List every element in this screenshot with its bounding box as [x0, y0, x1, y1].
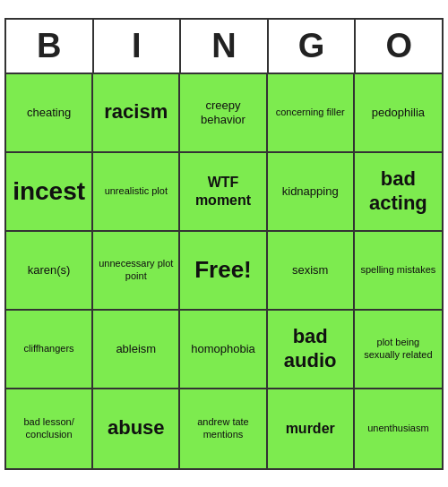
bingo-title: BINGO	[6, 20, 442, 74]
bingo-cell: unnecessary plot point	[93, 232, 180, 311]
bingo-cell: plot being sexually related	[355, 311, 442, 389]
bingo-cell: sexism	[268, 232, 355, 311]
title-letter: N	[181, 20, 269, 73]
bingo-cell: creepy behavior	[180, 74, 267, 153]
bingo-card: BINGO cheatingracismcreepy behaviorconce…	[4, 18, 444, 470]
bingo-cell: kidnapping	[268, 153, 355, 232]
bingo-cell: karen(s)	[6, 232, 93, 311]
bingo-cell: cliffhangers	[6, 311, 93, 389]
title-letter: G	[269, 20, 357, 73]
title-letter: I	[94, 20, 182, 73]
bingo-cell: spelling mistakes	[355, 232, 442, 311]
bingo-cell: cheating	[6, 74, 93, 153]
bingo-grid: cheatingracismcreepy behaviorconcerning …	[6, 74, 442, 468]
bingo-cell: incest	[6, 153, 93, 232]
bingo-cell: bad lesson/ conclusion	[6, 389, 93, 468]
title-letter: O	[356, 20, 442, 73]
bingo-cell: abuse	[93, 389, 180, 468]
bingo-cell: racism	[93, 74, 180, 153]
bingo-cell: ableism	[93, 311, 180, 389]
title-letter: B	[6, 20, 94, 73]
bingo-cell: concerning filler	[268, 74, 355, 153]
bingo-cell: bad audio	[268, 311, 355, 389]
bingo-cell: homophobia	[180, 311, 267, 389]
bingo-cell: pedophilia	[355, 74, 442, 153]
bingo-cell: andrew tate mentions	[180, 389, 267, 468]
bingo-cell: bad acting	[355, 153, 442, 232]
bingo-cell: Free!	[180, 232, 267, 311]
bingo-cell: murder	[268, 389, 355, 468]
bingo-cell: unenthusiasm	[355, 389, 442, 468]
bingo-cell: unrealistic plot	[93, 153, 180, 232]
bingo-cell: WTF moment	[180, 153, 267, 232]
